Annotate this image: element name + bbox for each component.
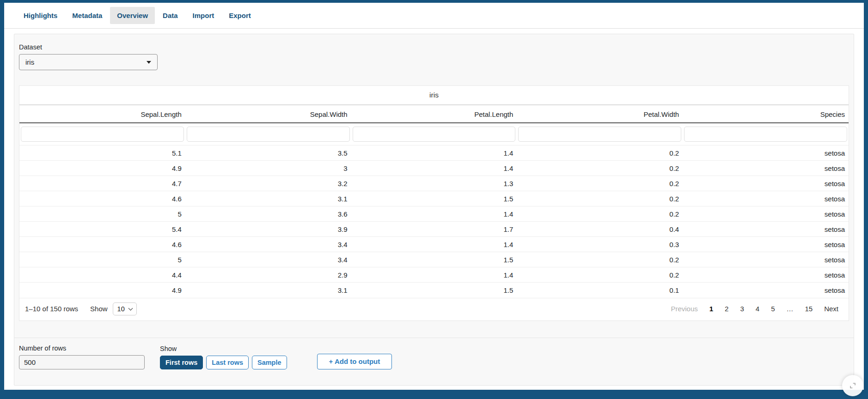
number-of-rows-input[interactable]	[19, 355, 145, 369]
pagination-page-3[interactable]: 3	[735, 303, 748, 314]
first-rows-button[interactable]: First rows	[160, 356, 203, 369]
section-divider	[14, 338, 854, 338]
overview-panel: Dataset iris iris Sepal.Length Sepal.Wid…	[14, 34, 854, 386]
column-header-petal-width[interactable]: Petal.Width	[517, 105, 683, 123]
cell-petal-length: 1.4	[351, 161, 517, 176]
cell-species: setosa	[683, 237, 849, 252]
data-table-panel: iris Sepal.Length Sepal.Width Petal.Leng…	[19, 85, 849, 321]
number-of-rows-label: Number of rows	[19, 345, 145, 352]
cell-petal-length: 1.5	[351, 191, 517, 206]
bottom-controls: Number of rows Show First rows Last rows…	[19, 345, 849, 369]
tab-overview[interactable]: Overview	[110, 7, 155, 24]
table-body: 5.1 3.5 1.4 0.2 setosa 4.9 3 1.4 0.2 set…	[19, 145, 849, 298]
cell-sepal-width: 3.2	[185, 176, 351, 191]
cell-sepal-width: 3.4	[185, 237, 351, 252]
filter-input-petal-width[interactable]	[518, 127, 681, 142]
cell-petal-length: 1.4	[351, 237, 517, 252]
page-size-label: Show	[90, 305, 108, 313]
cell-petal-width: 0.2	[517, 267, 683, 283]
chevron-down-icon	[128, 306, 133, 310]
cell-species: setosa	[683, 176, 849, 191]
cell-petal-width: 0.4	[517, 222, 683, 237]
cell-petal-width: 0.2	[517, 145, 683, 161]
cell-petal-width: 0.2	[517, 161, 683, 176]
pagination-page-2[interactable]: 2	[720, 303, 733, 314]
filter-input-sepal-width[interactable]	[187, 127, 350, 142]
pagination: Previous 1 2 3 4 5 … 15 Next	[666, 303, 843, 314]
cell-sepal-width: 3.6	[185, 206, 351, 222]
cell-petal-width: 0.1	[517, 283, 683, 298]
table-row: 4.6 3.4 1.4 0.3 setosa	[19, 237, 849, 252]
table-title: iris	[19, 86, 849, 105]
show-mode-buttons: First rows Last rows Sample	[160, 356, 287, 369]
sample-button[interactable]: Sample	[252, 356, 287, 369]
column-header-sepal-length[interactable]: Sepal.Length	[19, 105, 185, 123]
show-mode-group: Show First rows Last rows Sample	[160, 345, 287, 369]
cell-species: setosa	[683, 267, 849, 283]
cell-petal-width: 0.2	[517, 176, 683, 191]
filter-input-species[interactable]	[684, 127, 847, 142]
number-of-rows-group: Number of rows	[19, 345, 145, 369]
cell-sepal-width: 3	[185, 161, 351, 176]
window-frame: Highlights Metadata Overview Data Import…	[0, 0, 868, 399]
dataset-select[interactable]: iris	[19, 54, 158, 70]
pagination-ellipsis: …	[782, 303, 798, 314]
add-to-output-button[interactable]: + Add to output	[317, 354, 392, 369]
caret-down-icon	[147, 61, 151, 64]
tab-import[interactable]: Import	[186, 7, 221, 24]
column-header-sepal-width[interactable]: Sepal.Width	[185, 105, 351, 123]
last-rows-button[interactable]: Last rows	[206, 356, 249, 369]
tab-export[interactable]: Export	[222, 7, 258, 24]
filter-row	[19, 123, 849, 145]
tab-bar: Highlights Metadata Overview Data Import…	[4, 3, 864, 29]
cell-sepal-width: 3.1	[185, 283, 351, 298]
cell-petal-length: 1.4	[351, 145, 517, 161]
filter-input-sepal-length[interactable]	[21, 127, 184, 142]
cell-petal-length: 1.5	[351, 283, 517, 298]
cell-petal-length: 1.7	[351, 222, 517, 237]
column-header-petal-length[interactable]: Petal.Length	[351, 105, 517, 123]
resize-badge[interactable]	[842, 375, 863, 396]
cell-species: setosa	[683, 161, 849, 176]
cell-petal-length: 1.4	[351, 267, 517, 283]
table-row: 4.9 3 1.4 0.2 setosa	[19, 161, 849, 176]
dataset-label: Dataset	[19, 43, 849, 51]
table-row: 4.7 3.2 1.3 0.2 setosa	[19, 176, 849, 191]
table-row: 4.9 3.1 1.5 0.1 setosa	[19, 283, 849, 298]
tab-highlights[interactable]: Highlights	[17, 7, 64, 24]
header-row: Sepal.Length Sepal.Width Petal.Length Pe…	[19, 105, 849, 123]
pagination-page-4[interactable]: 4	[751, 303, 764, 314]
cell-sepal-length: 5	[19, 252, 185, 267]
table-row: 5 3.6 1.4 0.2 setosa	[19, 206, 849, 222]
pagination-page-15[interactable]: 15	[800, 303, 817, 314]
cell-sepal-width: 3.4	[185, 252, 351, 267]
table-row: 4.4 2.9 1.4 0.2 setosa	[19, 267, 849, 283]
cell-sepal-length: 5.1	[19, 145, 185, 161]
pagination-page-5[interactable]: 5	[766, 303, 779, 314]
cell-sepal-length: 4.9	[19, 161, 185, 176]
app-page: Highlights Metadata Overview Data Import…	[4, 3, 864, 390]
column-header-species[interactable]: Species	[683, 105, 849, 123]
data-grid: Sepal.Length Sepal.Width Petal.Length Pe…	[19, 105, 849, 298]
page-size-select[interactable]: 10	[113, 302, 137, 315]
cell-sepal-length: 5.4	[19, 222, 185, 237]
cell-species: setosa	[683, 283, 849, 298]
cell-sepal-length: 5	[19, 206, 185, 222]
pagination-page-1[interactable]: 1	[705, 303, 718, 314]
pagination-next[interactable]: Next	[819, 303, 843, 314]
page-size-value: 10	[117, 305, 125, 313]
show-mode-label: Show	[160, 345, 287, 352]
filter-input-petal-length[interactable]	[353, 127, 516, 142]
cell-sepal-length: 4.4	[19, 267, 185, 283]
cell-sepal-width: 3.5	[185, 145, 351, 161]
cell-petal-length: 1.5	[351, 252, 517, 267]
expand-icon	[849, 382, 856, 389]
tab-data[interactable]: Data	[156, 7, 185, 24]
cell-petal-width: 0.3	[517, 237, 683, 252]
pagination-previous[interactable]: Previous	[666, 303, 702, 314]
cell-petal-width: 0.2	[517, 191, 683, 206]
cell-petal-length: 1.3	[351, 176, 517, 191]
tab-metadata[interactable]: Metadata	[65, 7, 109, 24]
cell-species: setosa	[683, 206, 849, 222]
cell-petal-width: 0.2	[517, 206, 683, 222]
